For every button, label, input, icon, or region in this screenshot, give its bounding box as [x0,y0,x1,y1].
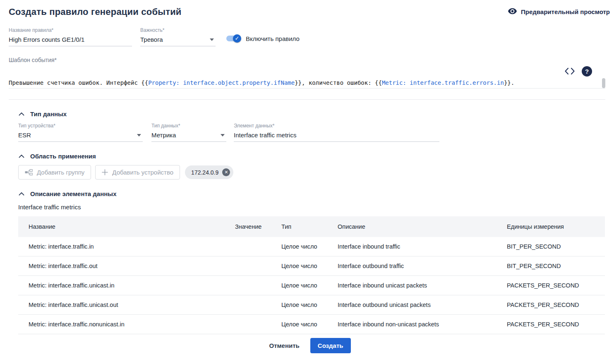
cell-name: Metric: interface.traffic.unicast.out [18,295,230,315]
cell-units: PACKETS_PER_SECOND [502,295,605,315]
cell-type: Целое число [276,256,333,276]
cell-value [230,256,276,276]
cell-type: Целое число [276,315,333,334]
footer-actions: Отменить Создать [0,338,614,353]
enable-rule-group: ✓ Включить правило [226,27,300,43]
severity-field: Важность* Тревога [140,27,216,46]
template-token-property: Property: interface.object.property.ifNa… [148,79,295,86]
data-kind-select[interactable]: Метрика [151,129,226,142]
rule-name-field: Название правила* [9,27,132,46]
cell-value [230,276,276,295]
chip-remove-icon[interactable]: ✕ [222,168,230,176]
data-kind-label: Тип данных* [151,123,226,129]
data-type-fields-row: Тип устройства* ESR Тип данных* Метрика … [18,123,614,142]
table-row: Metric: interface.traffic.in Целое число… [18,237,605,256]
collapse-chevron-up-icon[interactable] [18,153,25,159]
enable-rule-toggle[interactable]: ✓ [226,34,241,43]
data-kind-value: Метрика [151,132,176,139]
data-kind-field: Тип данных* Метрика [151,123,226,142]
group-tree-icon [25,169,33,175]
toggle-knob-check-icon: ✓ [233,34,241,43]
plus-icon [102,169,108,175]
device-chip: 172.24.0.9 ✕ [185,165,233,179]
description-section-header: Описание элемента данных [18,190,614,197]
create-event-rule-page: Создать правило генерации событий Предва… [0,0,614,364]
page-title: Создать правило генерации событий [9,7,182,17]
cell-description: Interface inbound traffic [333,237,502,256]
add-group-label: Добавить группу [37,169,84,176]
device-type-label: Тип устройства* [18,123,143,129]
severity-label: Важность* [140,27,216,33]
event-template-label: Шаблон события* [9,57,614,63]
chevron-down-icon [210,38,214,41]
cell-description: Interface inbound non-unicast packets [333,315,502,334]
template-token-metric: Metric: interface.traffic.errors.in [382,79,504,86]
cell-value [230,295,276,315]
code-icon[interactable] [564,67,576,75]
severity-value: Тревога [140,36,163,43]
template-plain-2: }}, количество ошибок: {{ [295,79,382,86]
description-section-title: Описание элемента данных [30,190,116,197]
chevron-down-icon [137,134,141,136]
help-icon[interactable]: ? [582,66,592,77]
cell-name: Metric: interface.traffic.unicast.in [18,276,230,295]
table-row: Metric: interface.traffic.out Целое числ… [18,256,605,276]
cell-name: Metric: interface.traffic.out [18,256,230,276]
col-header-value: Значение [230,216,276,237]
cell-units: BIT_PER_SECOND [502,256,605,276]
severity-select[interactable]: Тревога [140,34,216,46]
rule-name-label: Название правила* [9,27,132,33]
col-header-type: Тип [276,216,333,237]
template-plain-3: }}. [504,79,514,86]
device-type-select[interactable]: ESR [18,129,143,142]
table-row: Metric: interface.traffic.unicast.out Це… [18,295,605,315]
col-header-name: Название [18,216,230,237]
cell-value [230,315,276,334]
cell-value [230,237,276,256]
cell-description: Interface outbound unicast packets [333,295,502,315]
cancel-button[interactable]: Отменить [264,338,305,353]
collapse-chevron-up-icon[interactable] [18,111,25,117]
rule-basics-row: Название правила* Важность* Тревога ✓ Вк… [9,27,614,46]
table-row: Metric: interface.traffic.unicast.in Цел… [18,276,605,295]
cell-type: Целое число [276,237,333,256]
eye-icon [508,8,517,15]
scope-section-title: Область применения [30,153,96,160]
rule-name-input[interactable] [9,34,132,46]
preview-label: Предварительный просмотр [521,8,610,15]
cell-type: Целое число [276,295,333,315]
metrics-table: Название Значение Тип Описание Единицы и… [18,216,605,334]
add-device-button[interactable]: Добавить устройство [95,165,180,180]
create-button[interactable]: Создать [310,338,351,353]
data-element-input[interactable] [234,129,439,142]
preview-button[interactable]: Предварительный просмотр [508,7,610,15]
data-element-field: Элемент данных* [234,123,439,142]
data-element-subtitle: Interface traffic metrics [18,204,614,211]
topbar: Создать правило генерации событий Предва… [0,0,614,17]
event-template-editor[interactable]: Превышение счетчика ошибок. Интерфейс {{… [9,78,605,100]
cell-units: BIT_PER_SECOND [502,237,605,256]
col-header-units: Единицы измерения [502,216,605,237]
data-type-section-header: Тип данных [18,110,614,117]
add-group-button[interactable]: Добавить группу [18,165,91,180]
cell-type: Целое число [276,276,333,295]
table-header-row: Название Значение Тип Описание Единицы и… [18,216,605,237]
col-header-description: Описание [333,216,502,237]
add-device-label: Добавить устройство [112,169,173,176]
cell-description: Interface outbound traffic [333,256,502,276]
enable-rule-label: Включить правило [246,35,300,42]
cell-units: PACKETS_PER_SECOND [502,276,605,295]
template-text-line: Превышение счетчика ошибок. Интерфейс {{… [9,78,605,89]
device-type-value: ESR [18,132,31,139]
chevron-down-icon [221,134,225,136]
collapse-chevron-up-icon[interactable] [18,191,25,196]
device-type-field: Тип устройства* ESR [18,123,143,142]
template-toolbar: ? [0,66,592,77]
table-row: Metric: interface.traffic.nonunicast.in … [18,315,605,334]
editor-scrollbar[interactable] [602,78,605,88]
cell-name: Metric: interface.traffic.nonunicast.in [18,315,230,334]
data-element-label: Элемент данных* [234,123,439,129]
scope-section-header: Область применения [18,153,614,160]
data-type-section-title: Тип данных [30,110,67,117]
template-plain-1: Превышение счетчика ошибок. Интерфейс {{ [9,79,148,86]
